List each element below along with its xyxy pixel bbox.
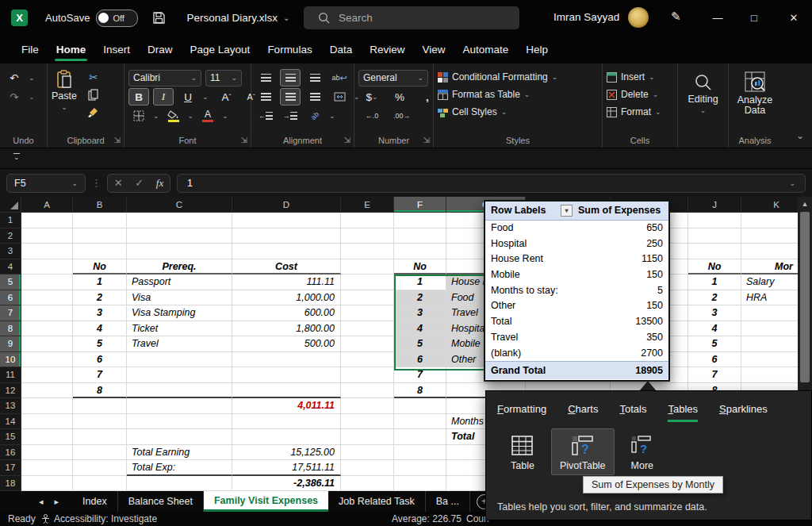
cell-A9[interactable]	[21, 336, 73, 352]
clipboard-dialog-launcher[interactable]: ⇲	[114, 136, 121, 144]
merge-center-button[interactable]	[329, 88, 350, 106]
align-center-button[interactable]	[280, 88, 301, 106]
cell-C13[interactable]	[127, 398, 232, 414]
menu-tab-home[interactable]: Home	[48, 37, 95, 62]
cell-C15[interactable]	[127, 429, 232, 445]
sheet-tab-job-related-task[interactable]: Job Related Task	[328, 491, 426, 512]
cell-B18[interactable]	[73, 476, 127, 492]
col-header-B[interactable]: B	[73, 197, 127, 213]
chevron-down-icon[interactable]: ⌄	[153, 112, 159, 120]
cell-F3[interactable]	[394, 244, 446, 259]
col-header-F[interactable]: F	[394, 197, 446, 213]
delete-cells-button[interactable]: Delete⌄	[607, 86, 673, 103]
cell-C14[interactable]	[127, 414, 232, 430]
select-all-corner[interactable]	[0, 197, 21, 213]
cell-C5[interactable]: Passport	[127, 275, 232, 290]
menu-tab-formulas[interactable]: Formulas	[259, 37, 320, 62]
alignment-dialog-launcher[interactable]: ⇲	[344, 136, 350, 144]
name-box[interactable]: F5⌄	[6, 174, 86, 193]
cell-F2[interactable]	[394, 228, 446, 244]
cell-E17[interactable]	[341, 460, 394, 476]
expand-formula-bar-icon[interactable]: ⌄	[789, 179, 795, 187]
bold-button[interactable]: B	[128, 88, 149, 106]
menu-tab-draw[interactable]: Draw	[139, 37, 182, 62]
align-left-button[interactable]	[255, 88, 276, 106]
cell-D17[interactable]: 17,511.11	[232, 460, 341, 476]
cell-J2[interactable]	[688, 228, 741, 244]
cell-E13[interactable]	[341, 398, 394, 414]
editing-button[interactable]: Editing ⌄	[682, 68, 724, 114]
cell-A6[interactable]	[21, 290, 73, 306]
col-header-D[interactable]: D	[232, 197, 341, 213]
cell-F13[interactable]	[394, 398, 446, 414]
cell-A13[interactable]	[21, 398, 73, 414]
qa-tab-sparklines[interactable]: Sparklines	[719, 403, 768, 422]
save-icon[interactable]	[152, 11, 166, 25]
cell-B9[interactable]: 5	[73, 336, 127, 352]
font-dialog-launcher[interactable]: ⇲	[241, 136, 247, 144]
row-header-16[interactable]: 16	[0, 445, 21, 461]
cell-A10[interactable]	[21, 352, 73, 368]
cell-J8[interactable]: 4	[688, 321, 741, 337]
ribbon-collapse-chevron-icon[interactable]: ⌄	[796, 130, 804, 141]
sheet-tab-balance-sheet[interactable]: Balance Sheet	[118, 491, 204, 512]
search-input[interactable]: Search	[304, 6, 519, 29]
cell-D11[interactable]	[232, 367, 341, 383]
decrease-indent-button[interactable]: ←	[255, 107, 276, 125]
cell-C11[interactable]	[127, 367, 232, 383]
percent-style-button[interactable]: %	[389, 88, 410, 106]
cell-D8[interactable]: 1,800.00	[232, 321, 341, 337]
cell-B10[interactable]: 6	[73, 352, 127, 368]
chevron-down-icon[interactable]: ⌄	[29, 74, 35, 82]
cell-J4[interactable]: No	[688, 259, 741, 275]
confirm-entry-button[interactable]: ✓	[135, 177, 144, 189]
avatar[interactable]	[628, 7, 649, 28]
undo-button[interactable]: ↶	[4, 69, 25, 86]
align-middle-button[interactable]	[280, 69, 301, 86]
qa-tab-totals[interactable]: Totals	[619, 403, 646, 422]
cell-E4[interactable]	[341, 259, 394, 275]
cut-button[interactable]: ✂	[83, 70, 104, 84]
cell-styles-button[interactable]: Cell Styles⌄	[438, 103, 598, 121]
cell-C18[interactable]	[127, 476, 232, 492]
cell-E18[interactable]	[341, 476, 394, 492]
cell-C1[interactable]	[127, 213, 232, 228]
insert-cells-button[interactable]: Insert⌄	[607, 68, 673, 86]
cell-C2[interactable]	[127, 228, 232, 244]
row-header-14[interactable]: 14	[0, 414, 21, 430]
cell-F1[interactable]	[394, 213, 446, 228]
decrease-decimal-button[interactable]: .00→	[390, 107, 414, 125]
increase-indent-button[interactable]: →	[280, 107, 301, 125]
menu-tab-insert[interactable]: Insert	[94, 37, 139, 62]
cell-D2[interactable]	[232, 228, 341, 244]
cell-C10[interactable]	[127, 352, 232, 368]
maximize-button[interactable]: □	[742, 8, 766, 27]
menu-tab-automate[interactable]: Automate	[454, 37, 517, 62]
cell-F17[interactable]	[394, 460, 446, 476]
row-header-4[interactable]: 4	[0, 259, 21, 275]
qa-tab-tables[interactable]: Tables	[668, 403, 698, 422]
cell-A1[interactable]	[21, 213, 73, 228]
cell-D5[interactable]: 111.11	[232, 275, 341, 290]
row-header-9[interactable]: 9	[0, 336, 21, 352]
cell-A15[interactable]	[21, 429, 73, 445]
cell-A2[interactable]	[21, 228, 73, 244]
align-top-button[interactable]	[255, 69, 276, 86]
menu-tab-review[interactable]: Review	[361, 37, 413, 62]
autosave-toggle[interactable]: Off	[96, 10, 138, 27]
copy-button[interactable]	[83, 87, 104, 102]
cell-B17[interactable]	[73, 460, 127, 476]
qa-tab-formatting[interactable]: Formatting	[497, 403, 546, 422]
cell-B2[interactable]	[73, 228, 127, 244]
cell-F18[interactable]	[394, 476, 446, 492]
cell-D1[interactable]	[232, 213, 341, 228]
menu-tab-help[interactable]: Help	[517, 37, 557, 62]
row-header-15[interactable]: 15	[0, 429, 21, 445]
sheet-next-arrow-icon[interactable]: ▸	[49, 491, 65, 512]
cell-E12[interactable]	[341, 383, 394, 399]
cell-J11[interactable]: 7	[688, 367, 741, 383]
col-header-A[interactable]: A	[21, 197, 73, 213]
orientation-button[interactable]: ab	[304, 107, 325, 125]
row-header-12[interactable]: 12	[0, 383, 21, 399]
cell-B11[interactable]: 7	[73, 367, 127, 383]
